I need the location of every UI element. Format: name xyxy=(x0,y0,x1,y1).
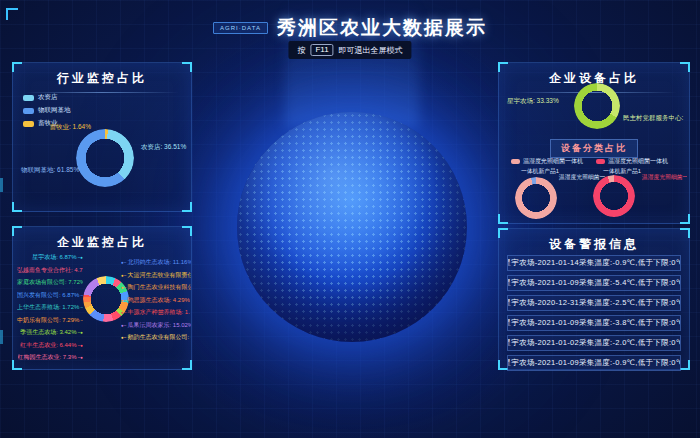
chart-label: 季强生态农场: 3.42% xyxy=(20,329,83,337)
panel-title: 设备警报信息 xyxy=(499,229,689,258)
corner-decoration xyxy=(498,228,508,238)
category-donut-left[interactable] xyxy=(515,177,557,219)
category-donut-right[interactable] xyxy=(593,175,635,217)
hint-suffix: 即可退出全屏模式 xyxy=(339,45,403,56)
chart-label: 鹅韵生态农业有限公司: 6.87% xyxy=(121,334,191,342)
corner-decoration xyxy=(12,226,22,236)
corner-decoration xyxy=(12,62,22,72)
chart-label: 物联网基地: 61.85% xyxy=(21,166,79,175)
chart-label: 中奶乐有限公司: 7.29% xyxy=(17,317,83,325)
corner-decoration xyxy=(498,214,508,224)
panel-title: 企业监控占比 xyxy=(13,227,191,256)
chart-label: 上华生态养殖场: 1.72% xyxy=(17,304,83,312)
alarm-list: 星宇农场-2021-01-14采集温度:-0.9℃,低于下限:0℃ 星宇农场-2… xyxy=(507,255,681,371)
dashboard-page: AGRI·DATA 秀洲区农业大数据展示 按 F11 即可退出全屏模式 行业监控… xyxy=(0,0,700,438)
corner-decoration xyxy=(182,202,192,212)
enterprise-labels-right: 北玥鸽生态农场: 11.16% 大运河生态牧业有限责任公 陶门生态农业科技有限公… xyxy=(121,259,191,342)
corner-decoration xyxy=(680,214,690,224)
corner-decoration xyxy=(680,360,690,370)
chart-label: 鸭思源生态农场: 4.29% xyxy=(121,297,190,305)
legend-item[interactable]: 物联网基地 xyxy=(23,106,71,115)
chart-label: 民主村党群服务中心: xyxy=(623,114,687,123)
header: AGRI·DATA 秀洲区农业大数据展示 xyxy=(0,15,700,41)
device-category-title: 设备分类占比 xyxy=(550,139,638,158)
chart-label: 家庭农场有限公司: 7.72% xyxy=(17,279,83,287)
edge-tick-decoration xyxy=(0,330,3,344)
legend-swatch xyxy=(23,121,34,127)
legend-swatch xyxy=(23,108,34,114)
fullscreen-hint: 按 F11 即可退出全屏模式 xyxy=(288,41,411,59)
legend-label: 温湿度光照细菌一体机 xyxy=(523,157,583,166)
corner-decoration xyxy=(498,62,508,72)
legend-label: 物联网基地 xyxy=(38,106,71,115)
industry-donut-chart[interactable] xyxy=(76,129,134,187)
chart-label: 红丰生态农业: 6.44% xyxy=(20,342,83,350)
chart-label: 大运河生态牧业有限责任公 xyxy=(121,272,191,280)
corner-decoration xyxy=(182,360,192,370)
panel-industry-monitor: 行业监控占比 农资店 物联网基地 畜牧业 xyxy=(12,62,192,212)
hint-prefix: 按 xyxy=(297,45,305,56)
panel-title: 行业监控占比 xyxy=(13,63,191,92)
corner-decoration xyxy=(182,62,192,72)
legend-label: 畜牧业 xyxy=(38,119,58,128)
chart-label: 红梅园生态农业: 7.3% xyxy=(18,354,84,362)
corner-decoration xyxy=(12,360,22,370)
alarm-row: 星宇农场-2020-12-31采集温度:-2.5℃,低于下限:0℃ xyxy=(507,295,681,311)
alarm-row: 星宇农场-2021-01-02采集温度:-2.0℃,低于下限:0℃ xyxy=(507,335,681,351)
f11-key-badge: F11 xyxy=(310,44,333,56)
legend-item[interactable]: 农资店 xyxy=(23,93,71,102)
chart-label: 一体机新产品1 xyxy=(521,167,559,176)
device-donut-chart[interactable] xyxy=(574,83,620,129)
legend-label: 温湿度光照细菌一体机 xyxy=(608,157,668,166)
alarm-row: 星宇农场-2021-01-09采集温度:-0.9℃,低于下限:0℃ xyxy=(507,355,681,371)
chart-label: 瓜果沄周农家乐: 15.02% xyxy=(121,322,191,330)
brand-logo: AGRI·DATA xyxy=(213,22,268,34)
chart-label: 星宇农场: 33.33% xyxy=(507,97,559,106)
panel-enterprise-monitor: 企业监控占比 星宇农场: 6.87% 弘越雨鱼专业合作社: 4.72% 家庭农场… xyxy=(12,226,192,370)
legend-swatch xyxy=(23,95,34,101)
legend-swatch xyxy=(596,159,605,164)
alarm-row: 星宇农场-2021-01-14采集温度:-0.9℃,低于下限:0℃ xyxy=(507,255,681,271)
legend-label: 农资店 xyxy=(38,93,58,102)
chart-label: 陶门生态农业科技有限公司 xyxy=(121,284,191,292)
legend-swatch xyxy=(511,159,520,164)
page-title: 秀洲区农业大数据展示 xyxy=(277,15,487,41)
chart-label: 弘越雨鱼专业合作社: 4.72% xyxy=(17,267,83,275)
chart-label: 国兴发有限公司: 6.87% xyxy=(17,292,83,300)
industry-legend: 农资店 物联网基地 畜牧业 xyxy=(23,93,71,128)
corner-decoration xyxy=(680,62,690,72)
legend-item[interactable]: 畜牧业 xyxy=(23,119,71,128)
category-legend-left[interactable]: 温湿度光照细菌一体机 xyxy=(511,157,583,166)
globe-graphic xyxy=(237,112,467,342)
chart-label: 温湿度光照细菌一— xyxy=(642,173,687,182)
chart-label: 星宇农场: 6.87% xyxy=(32,254,83,262)
category-legend-right[interactable]: 温湿度光照细菌一体机 xyxy=(596,157,668,166)
alarm-row: 星宇农场-2021-01-09采集温度:-3.8℃,低于下限:0℃ xyxy=(507,315,681,331)
corner-decoration xyxy=(680,228,690,238)
chart-label: 丰源水产种苗养殖场: 1. xyxy=(121,309,190,317)
panel-device-alarms: 设备警报信息 星宇农场-2021-01-14采集温度:-0.9℃,低于下限:0℃… xyxy=(498,228,690,370)
enterprise-labels-left: 星宇农场: 6.87% 弘越雨鱼专业合作社: 4.72% 家庭农场有限公司: 7… xyxy=(17,254,83,362)
chart-label: 北玥鸽生态农场: 11.16% xyxy=(121,259,191,267)
alarm-row: 星宇农场-2021-01-09采集温度:-5.4℃,低于下限:0℃ xyxy=(507,275,681,291)
corner-decoration xyxy=(12,202,22,212)
panel-device-ratio: 企业设备占比 星宇农场: 33.33% 民主村党群服务中心: 设备分类占比 温湿… xyxy=(498,62,690,224)
corner-decoration xyxy=(182,226,192,236)
chart-label: 农资店: 36.51% xyxy=(141,143,186,152)
edge-tick-decoration xyxy=(0,178,3,192)
